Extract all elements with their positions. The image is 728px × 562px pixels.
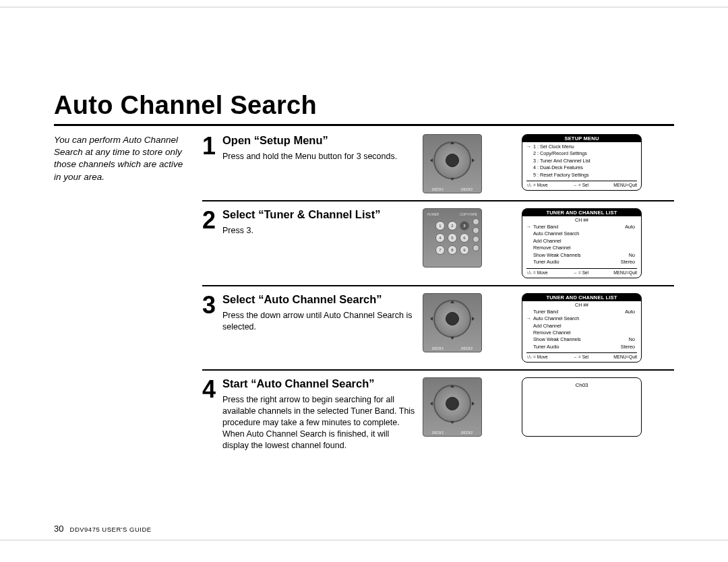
channel-label: Ch03: [522, 382, 641, 388]
osd-row: Tuner BandAuto: [526, 224, 637, 230]
content-area: You can perform Auto Channel Search at a…: [54, 130, 674, 456]
osd-header: TUNER AND CHANNEL LIST: [522, 209, 641, 216]
osd-row: Add Channel: [526, 238, 637, 245]
number-grid: 1 2 3 4 5 6 7 8 9: [435, 221, 469, 255]
num-7-button: 7: [435, 245, 445, 255]
osd-header: TUNER AND CHANNEL LIST: [522, 294, 641, 301]
up-arrow-icon: [450, 142, 454, 144]
sidebar-note: You can perform Auto Channel Search at a…: [54, 130, 202, 456]
osd-row: Tuner AudioStereo: [526, 344, 637, 350]
dpad-icon: [433, 385, 471, 423]
num-3-button-highlight: 3: [460, 221, 469, 230]
side-buttons: [473, 218, 479, 251]
remote-numpad-illustration: POWER COPY•TAPE 1 2 3 4 5 6 7 8 9: [423, 208, 482, 268]
down-arrow-icon: [450, 178, 454, 181]
left-arrow-icon: [430, 317, 433, 321]
osd-row: 3 : Tuner And Channel List: [526, 158, 637, 164]
osd-header: SETUP MENU: [522, 135, 641, 142]
manual-page: Auto Channel Search You can perform Auto…: [0, 0, 728, 562]
remote-dpad-illustration: DECK1 DECK2: [423, 293, 482, 352]
osd-footer: ↑/↓ = Move → = Sel MENU=Quit: [526, 268, 637, 275]
deck1-label: DECK1: [432, 187, 444, 191]
down-arrow-icon: [450, 337, 454, 340]
osd-row: Remove Channel: [526, 330, 637, 336]
left-arrow-icon: [430, 402, 433, 406]
deck1-label: DECK1: [432, 346, 444, 350]
osd-setup-menu: SETUP MENU 1 : Set Clock Menu 2 : Copy/R…: [522, 134, 642, 191]
osd-row: Tuner BandAuto: [526, 309, 637, 315]
step-number: 4: [202, 377, 220, 402]
osd-channel-display: Ch03: [522, 377, 642, 437]
osd-tuner-menu: TUNER AND CHANNEL LIST CH ## Tuner BandA…: [522, 293, 642, 363]
step-title: Select “Tuner & Channel List”: [222, 208, 415, 221]
copytape-label: COPY•TAPE: [460, 213, 477, 216]
num-4-button: 4: [435, 233, 445, 243]
osd-row: Remove Channel: [526, 245, 637, 251]
step-desc: Press and hold the Menu button for 3 sec…: [222, 151, 415, 162]
step-desc: Press the down arrow until Auto Channel …: [222, 310, 415, 333]
left-arrow-icon: [430, 158, 433, 162]
deck2-label: DECK2: [461, 431, 473, 435]
step-4: 4 Start “Auto Channel Search” Press the …: [202, 373, 674, 455]
right-arrow-icon: [472, 158, 475, 162]
osd-sub: CH ##: [526, 303, 637, 307]
dpad-icon: [433, 142, 471, 179]
osd-sub: CH ##: [526, 218, 637, 222]
dpad-icon: [433, 300, 471, 338]
num-2-button: 2: [448, 221, 457, 230]
remote-dpad-illustration: DECK1 DECK2: [423, 377, 482, 437]
osd-row: Show Weak ChannelsNo: [526, 336, 637, 343]
osd-row: Show Weak ChannelsNo: [526, 252, 637, 259]
step-1: 1 Open “Setup Menu” Press and hold the M…: [202, 130, 674, 197]
osd-row: Add Channel: [526, 323, 637, 330]
osd-footer: ↑/↓ = Move → = Sel MENU=Quit: [526, 181, 637, 187]
right-arrow-icon: [472, 402, 475, 406]
step-3: 3 Select “Auto Channel Search” Press the…: [202, 289, 674, 367]
step-desc: Press the right arrow to begin searching…: [222, 394, 415, 451]
step-separator: [202, 285, 674, 286]
deck1-label: DECK1: [432, 431, 444, 435]
osd-row: 5 : Reset Factory Settings: [526, 172, 637, 179]
step-desc: Press 3.: [222, 225, 415, 237]
down-arrow-icon: [450, 421, 454, 424]
page-number: 30: [54, 524, 63, 534]
bottom-hairline: [0, 540, 728, 540]
step-separator: [202, 369, 674, 371]
osd-row: Auto Channel Search: [526, 230, 637, 237]
osd-row: 1 : Set Clock Menu: [526, 144, 637, 150]
up-arrow-icon: [450, 385, 454, 387]
title-rule: [54, 124, 674, 126]
top-hairline: [0, 7, 728, 7]
step-number: 3: [202, 293, 220, 317]
steps-list: 1 Open “Setup Menu” Press and hold the M…: [202, 130, 674, 456]
power-label: POWER: [427, 213, 439, 216]
num-6-button: 6: [460, 233, 469, 243]
page-footer: 30 DDV9475 USER'S GUIDE: [54, 524, 152, 534]
num-1-button: 1: [435, 221, 445, 230]
num-9-button: 9: [460, 245, 469, 255]
osd-tuner-menu: TUNER AND CHANNEL LIST CH ## Tuner BandA…: [522, 208, 642, 278]
step-title: Start “Auto Channel Search”: [222, 377, 415, 390]
deck2-label: DECK2: [461, 187, 473, 191]
page-title: Auto Channel Search: [54, 91, 674, 120]
step-title: Select “Auto Channel Search”: [222, 293, 415, 306]
step-title: Open “Setup Menu”: [222, 134, 415, 147]
num-5-button: 5: [448, 233, 457, 243]
osd-row: Tuner AudioStereo: [526, 259, 637, 266]
step-number: 1: [202, 134, 220, 158]
step-number: 2: [202, 208, 220, 232]
up-arrow-icon: [450, 301, 454, 303]
num-8-button: 8: [448, 245, 457, 255]
step-separator: [202, 200, 674, 201]
deck2-label: DECK2: [461, 346, 473, 350]
osd-footer: ↑/↓ = Move → = Sel MENU=Quit: [526, 352, 637, 359]
right-arrow-icon: [472, 317, 475, 321]
osd-row: 4 : Dual-Deck Features: [526, 164, 637, 171]
osd-row: Auto Channel Search: [526, 315, 637, 322]
osd-row: 2 : Copy/Record Settings: [526, 150, 637, 157]
doc-id: DDV9475 USER'S GUIDE: [70, 526, 152, 533]
step-2: 2 Select “Tuner & Channel List” Press 3.…: [202, 204, 674, 282]
remote-dpad-illustration: DECK1 DECK2: [423, 134, 482, 193]
